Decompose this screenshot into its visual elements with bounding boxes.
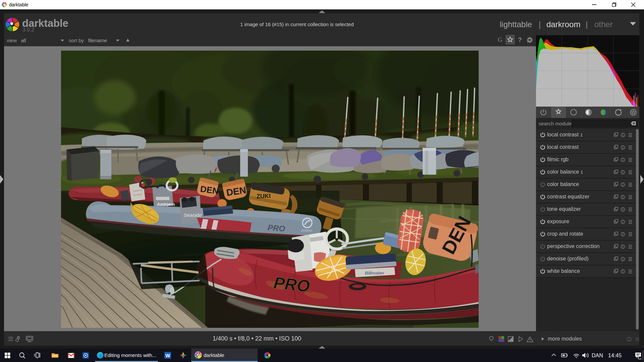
svg-text:W: W (165, 353, 170, 358)
svg-text:PRO: PRO (273, 273, 311, 296)
svg-text:Blåhvalen: Blåhvalen (365, 270, 384, 276)
svg-text:PRO: PRO (267, 223, 285, 233)
svg-text:Seaside: Seaside (184, 212, 202, 218)
svg-text:Ambjørn: Ambjørn (157, 202, 175, 207)
svg-text:ZODIAC: ZODIAC (301, 229, 313, 232)
svg-text:ZUKI: ZUKI (256, 192, 271, 199)
